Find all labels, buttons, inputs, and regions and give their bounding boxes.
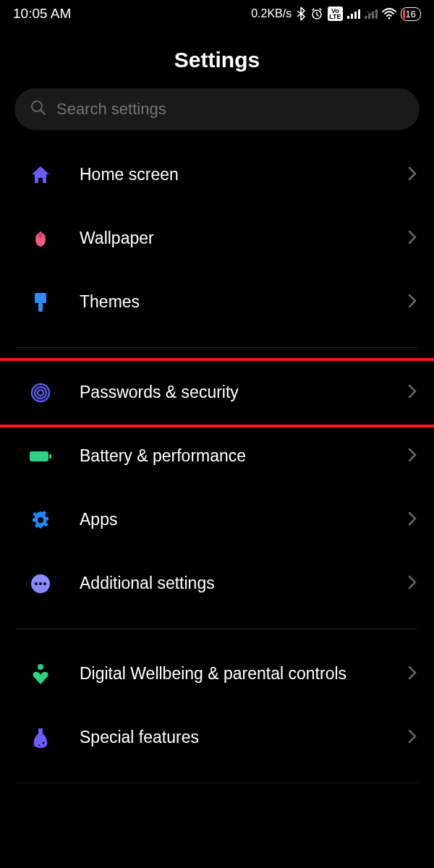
chevron-right-icon <box>408 511 417 529</box>
status-net-speed: 0.2KB/s <box>251 7 292 20</box>
svg-line-11 <box>41 110 45 114</box>
row-home-screen[interactable]: Home screen <box>0 143 434 207</box>
battery-icon: 16 <box>401 7 421 21</box>
chevron-right-icon <box>408 384 417 401</box>
row-label: Home screen <box>80 164 382 186</box>
svg-point-24 <box>43 582 46 585</box>
row-label: Special features <box>80 727 382 749</box>
svg-rect-5 <box>365 16 367 19</box>
wifi-icon <box>382 8 396 20</box>
signal-2-icon <box>365 9 378 19</box>
svg-point-26 <box>43 742 45 744</box>
row-label: Battery & performance <box>80 446 382 467</box>
row-wellbeing[interactable]: Digital Wellbeing & parental controls <box>0 642 434 706</box>
svg-point-12 <box>38 231 43 239</box>
svg-rect-13 <box>35 293 46 303</box>
svg-point-17 <box>38 390 43 396</box>
signal-1-icon <box>347 9 360 19</box>
chevron-right-icon <box>408 665 417 683</box>
fingerprint-icon <box>27 380 54 406</box>
settings-list: Home screen Wallpaper Themes Passwords &… <box>0 143 434 783</box>
volte-icon: VoLTE <box>328 7 342 21</box>
row-passwords-security[interactable]: Passwords & security <box>0 361 434 425</box>
flower-icon <box>27 226 54 252</box>
row-themes[interactable]: Themes <box>0 271 434 334</box>
status-right: 0.2KB/s VoLTE 16 <box>251 7 421 21</box>
heart-icon <box>27 661 54 687</box>
svg-point-22 <box>35 582 38 585</box>
chevron-right-icon <box>408 166 417 184</box>
svg-point-20 <box>38 517 43 523</box>
svg-point-23 <box>39 582 42 585</box>
row-label: Digital Wellbeing & parental controls <box>80 663 382 685</box>
row-special-features[interactable]: Special features <box>0 706 434 770</box>
svg-rect-19 <box>49 454 51 459</box>
gear-icon <box>27 507 54 533</box>
row-wallpaper[interactable]: Wallpaper <box>0 207 434 271</box>
svg-point-9 <box>388 17 390 20</box>
dots-icon <box>27 571 54 597</box>
divider <box>16 783 418 783</box>
row-label: Themes <box>80 292 382 313</box>
svg-point-25 <box>38 664 43 670</box>
row-battery-performance[interactable]: Battery & performance <box>0 425 434 488</box>
home-icon <box>27 162 54 188</box>
row-label: Additional settings <box>80 573 382 595</box>
chevron-right-icon <box>408 230 417 247</box>
search-bar[interactable] <box>14 88 420 130</box>
divider <box>16 347 418 348</box>
chevron-right-icon <box>408 575 417 592</box>
status-time: 10:05 AM <box>13 6 71 22</box>
svg-rect-2 <box>351 14 353 19</box>
svg-rect-1 <box>347 16 349 19</box>
svg-point-16 <box>35 387 46 399</box>
brush-icon <box>27 289 54 315</box>
alarm-icon <box>310 7 323 20</box>
row-additional-settings[interactable]: Additional settings <box>0 552 434 616</box>
svg-rect-4 <box>358 9 360 19</box>
row-label: Apps <box>80 509 382 531</box>
svg-rect-3 <box>354 12 357 19</box>
svg-rect-8 <box>375 9 378 19</box>
battery-icon <box>27 443 54 469</box>
chevron-right-icon <box>408 294 417 311</box>
chevron-right-icon <box>408 729 417 746</box>
svg-rect-14 <box>38 303 43 312</box>
search-icon <box>30 100 46 119</box>
row-apps[interactable]: Apps <box>0 488 434 552</box>
divider <box>16 629 418 629</box>
bluetooth-icon <box>296 7 306 21</box>
row-label: Wallpaper <box>80 228 382 250</box>
page-title: Settings <box>0 48 434 72</box>
chevron-right-icon <box>408 448 417 465</box>
flask-icon <box>27 725 54 751</box>
svg-point-27 <box>38 744 40 746</box>
search-input[interactable] <box>56 100 404 119</box>
svg-rect-18 <box>30 451 48 461</box>
status-bar: 10:05 AM 0.2KB/s VoLTE 16 <box>0 0 434 27</box>
row-label: Passwords & security <box>80 382 382 404</box>
